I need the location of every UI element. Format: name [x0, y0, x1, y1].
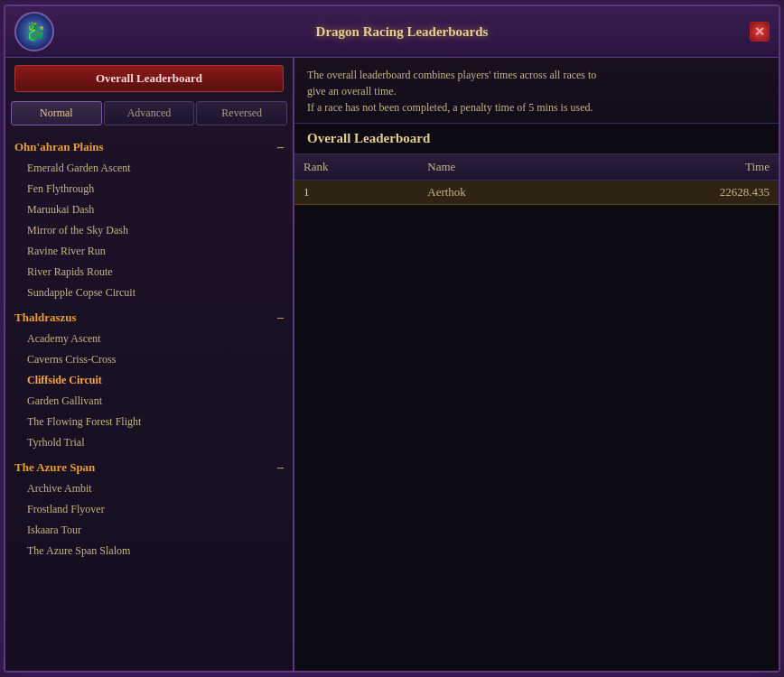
info-bar: The overall leaderboard combines players…	[294, 58, 779, 124]
race-ravine-river[interactable]: Ravine River Run	[5, 241, 293, 262]
left-panel: Overall Leaderboard Normal Advanced Reve…	[5, 58, 294, 671]
window-title: Dragon Racing Leaderboards	[54, 24, 750, 40]
app-icon: 🐉	[14, 12, 54, 51]
table-header-row: Rank Name Time	[294, 154, 779, 181]
leaderboard-table: Rank Name Time 1 Aerthok 22628.435	[294, 154, 779, 205]
tab-reversed[interactable]: Reversed	[196, 101, 287, 125]
collapse-icon-thaldraszus: –	[277, 311, 284, 325]
col-name: Name	[418, 154, 582, 181]
race-cliffside[interactable]: Cliffside Circuit	[5, 370, 293, 391]
race-fen-flythrough[interactable]: Fen Flythrough	[5, 179, 293, 199]
race-azure-slalom[interactable]: The Azure Span Slalom	[5, 541, 293, 561]
section-ohnahran[interactable]: Ohn'ahran Plains –	[5, 133, 293, 158]
info-line1: The overall leaderboard combines players…	[307, 67, 766, 83]
tab-normal[interactable]: Normal	[11, 101, 102, 125]
close-button[interactable]: ✕	[750, 22, 770, 42]
section-thaldraszus-label: Thaldraszus	[14, 311, 77, 325]
race-frostland[interactable]: Frostland Flyover	[5, 499, 293, 520]
right-panel: The overall leaderboard combines players…	[294, 58, 779, 671]
race-river-rapids[interactable]: River Rapids Route	[5, 262, 293, 283]
name-cell: Aerthok	[418, 181, 582, 205]
race-garden-gallivant[interactable]: Garden Gallivant	[5, 391, 293, 412]
time-cell: 22628.435	[582, 181, 779, 205]
overall-leaderboard-button[interactable]: Overall Leaderboard	[14, 65, 284, 92]
race-academy[interactable]: Academy Ascent	[5, 329, 293, 349]
dragon-icon: 🐉	[23, 21, 46, 42]
race-caverns[interactable]: Caverns Criss-Cross	[5, 349, 293, 370]
tabs-row: Normal Advanced Reversed	[5, 99, 293, 129]
race-maruukai[interactable]: Maruukai Dash	[5, 199, 293, 220]
section-ohnahran-label: Ohn'ahran Plains	[14, 140, 104, 154]
main-window: 🐉 Dragon Racing Leaderboards ✕ Overall L…	[4, 5, 780, 672]
table-wrapper: Rank Name Time 1 Aerthok 22628.435	[294, 154, 779, 671]
section-azure-span-label: The Azure Span	[14, 460, 95, 475]
race-flowing-forest[interactable]: The Flowing Forest Flight	[5, 412, 293, 432]
col-rank: Rank	[294, 154, 418, 181]
race-mirror-sky[interactable]: Mirror of the Sky Dash	[5, 220, 293, 241]
race-list: Ohn'ahran Plains – Emerald Garden Ascent…	[5, 129, 293, 671]
tab-advanced[interactable]: Advanced	[104, 101, 195, 125]
section-thaldraszus[interactable]: Thaldraszus –	[5, 303, 293, 329]
race-iskaara[interactable]: Iskaara Tour	[5, 520, 293, 541]
table-row: 1 Aerthok 22628.435	[294, 181, 779, 205]
rank-cell: 1	[294, 181, 418, 205]
collapse-icon-azure: –	[277, 460, 284, 475]
section-azure-span[interactable]: The Azure Span –	[5, 453, 293, 478]
race-emerald-garden[interactable]: Emerald Garden Ascent	[5, 158, 293, 179]
title-bar-left: 🐉	[14, 12, 54, 51]
collapse-icon-ohnahran: –	[277, 140, 284, 154]
info-line2: give an overall time.	[307, 83, 766, 99]
main-body: Overall Leaderboard Normal Advanced Reve…	[5, 58, 779, 671]
info-line3: If a race has not been completed, a pena…	[307, 99, 766, 116]
leaderboard-title: Overall Leaderboard	[294, 124, 779, 154]
title-bar: 🐉 Dragon Racing Leaderboards ✕	[5, 6, 779, 58]
race-archive-ambit[interactable]: Archive Ambit	[5, 478, 293, 499]
col-time: Time	[582, 154, 779, 181]
race-sundapple[interactable]: Sundapple Copse Circuit	[5, 283, 293, 303]
race-tyrhold[interactable]: Tyrhold Trial	[5, 432, 293, 453]
